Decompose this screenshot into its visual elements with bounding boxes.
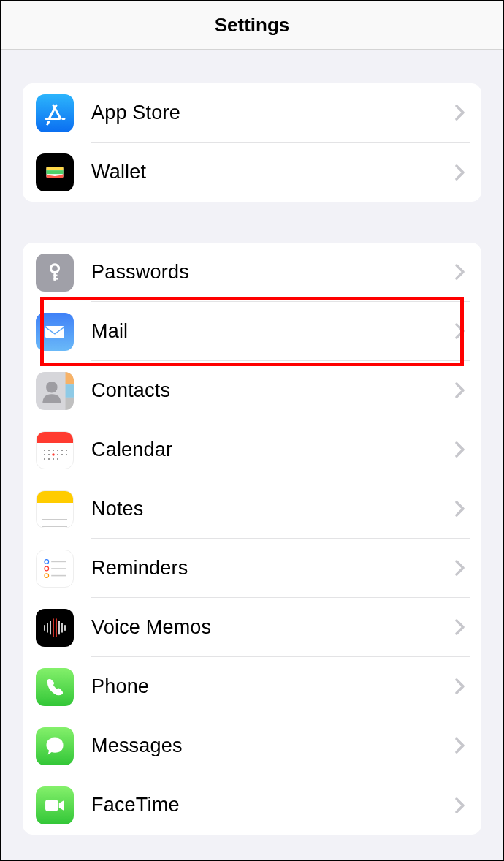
- chevron-right-icon: [455, 164, 465, 181]
- row-facetime[interactable]: FaceTime: [23, 775, 481, 835]
- row-label: Mail: [91, 320, 455, 343]
- chevron-right-icon: [455, 441, 465, 458]
- svg-point-26: [57, 458, 58, 460]
- voicememos-icon: [36, 609, 74, 647]
- row-label: Passwords: [91, 261, 455, 284]
- svg-rect-5: [53, 278, 58, 280]
- svg-rect-2: [46, 170, 63, 174]
- chevron-right-icon: [455, 323, 465, 339]
- svg-point-3: [51, 264, 59, 272]
- phone-icon: [36, 668, 74, 706]
- svg-point-22: [66, 454, 67, 455]
- mail-icon: [36, 313, 74, 351]
- row-label: Contacts: [91, 379, 455, 402]
- svg-point-20: [57, 454, 58, 455]
- header: Settings: [1, 1, 503, 50]
- chevron-right-icon: [455, 105, 465, 121]
- svg-point-27: [52, 453, 55, 456]
- row-label: App Store: [91, 102, 455, 124]
- row-label: FaceTime: [91, 794, 455, 816]
- svg-rect-6: [53, 274, 57, 276]
- svg-point-17: [66, 450, 67, 451]
- svg-point-14: [53, 450, 54, 451]
- reminders-icon: [36, 550, 74, 588]
- row-label: Messages: [91, 735, 455, 757]
- svg-rect-1: [46, 167, 63, 170]
- wallet-icon: [36, 153, 74, 191]
- chevron-right-icon: [455, 797, 465, 813]
- appstore-icon: [36, 94, 74, 132]
- row-phone[interactable]: Phone: [23, 657, 481, 716]
- row-reminders[interactable]: Reminders: [23, 539, 481, 598]
- row-passwords[interactable]: Passwords: [23, 243, 481, 302]
- row-label: Wallet: [91, 161, 455, 183]
- settings-section-store: App Store Wallet: [23, 83, 481, 202]
- row-voice-memos[interactable]: Voice Memos: [23, 598, 481, 657]
- notes-icon: [36, 490, 74, 528]
- svg-point-12: [44, 450, 45, 451]
- row-messages[interactable]: Messages: [23, 716, 481, 775]
- row-wallet[interactable]: Wallet: [23, 143, 481, 202]
- row-notes[interactable]: Notes: [23, 479, 481, 539]
- calendar-icon: [36, 431, 74, 469]
- row-label: Calendar: [91, 439, 455, 461]
- facetime-icon: [36, 786, 74, 824]
- svg-point-21: [61, 454, 63, 455]
- chevron-right-icon: [455, 678, 465, 694]
- svg-point-28: [45, 559, 49, 564]
- key-icon: [36, 254, 74, 292]
- svg-rect-10: [66, 397, 74, 409]
- svg-point-16: [61, 450, 63, 451]
- svg-point-18: [44, 454, 45, 455]
- chevron-right-icon: [455, 382, 465, 398]
- svg-point-23: [44, 458, 45, 460]
- svg-point-30: [45, 573, 49, 577]
- row-label: Notes: [91, 498, 455, 520]
- svg-rect-9: [66, 384, 74, 398]
- row-calendar[interactable]: Calendar: [23, 420, 481, 479]
- chevron-right-icon: [455, 737, 465, 754]
- svg-point-29: [45, 566, 49, 571]
- messages-icon: [36, 727, 74, 765]
- svg-rect-7: [45, 326, 64, 338]
- row-label: Phone: [91, 675, 455, 698]
- svg-point-13: [48, 450, 50, 451]
- svg-point-11: [46, 382, 58, 393]
- row-label: Voice Memos: [91, 616, 455, 639]
- row-label: Reminders: [91, 557, 455, 580]
- settings-section-apps: Passwords Mail Contacts: [23, 243, 481, 835]
- row-mail[interactable]: Mail: [23, 302, 481, 361]
- chevron-right-icon: [455, 264, 465, 280]
- contacts-icon: [36, 372, 74, 410]
- svg-point-25: [53, 458, 54, 460]
- svg-rect-8: [66, 372, 74, 384]
- svg-rect-42: [45, 800, 58, 811]
- chevron-right-icon: [455, 501, 465, 517]
- page-title: Settings: [215, 14, 290, 37]
- row-contacts[interactable]: Contacts: [23, 361, 481, 420]
- chevron-right-icon: [455, 619, 465, 635]
- svg-point-24: [48, 458, 50, 460]
- svg-point-15: [57, 450, 58, 451]
- row-app-store[interactable]: App Store: [23, 83, 481, 143]
- svg-point-19: [48, 454, 50, 455]
- chevron-right-icon: [455, 560, 465, 576]
